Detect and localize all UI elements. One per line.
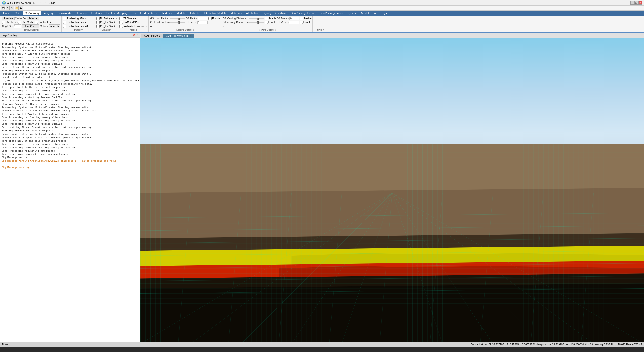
menu-interactive-models[interactable]: Interactive Models [202,11,228,15]
viewing-distance-group: GS Viewing Distance -- Enable GS Meters … [222,16,313,32]
ribbon-row-preview-2: Use Limits Use Cache Enable Edit [2,20,60,24]
title-bar: 🌍 CDB_Preview.earth - DTT_CDB_Builder — … [0,0,644,6]
log-line: Done Processing is clearing memory alloc… [2,142,138,146]
log-line: Processing: System has 12 to allocate. S… [2,46,138,49]
gt-meters-label: GT Meters [277,21,289,24]
neg-lod-input[interactable] [14,24,21,28]
menu-cdb[interactable]: CDB [13,11,22,15]
run-btn[interactable]: ▶ [19,6,23,10]
save-quick-btn[interactable]: 💾 [1,6,5,10]
log-line: Done Processing requesting new Bounds [2,149,138,152]
log-line: Starting Process_Raster tile process [2,42,138,45]
open-btn[interactable]: 📂 [15,6,19,10]
gt-meters-input[interactable] [289,21,299,24]
enable-materials-check[interactable]: Enable Materials [63,21,86,24]
preview-settings-group: Preview Cache Dir Select ▾ Use Limits Us… [1,16,62,32]
menu-features[interactable]: Features [89,11,104,15]
tzd-models-check[interactable]: TZDModels [119,17,136,20]
gt-viewing-slider[interactable] [249,21,264,24]
menu-queue[interactable]: Queue [346,11,359,15]
loading-distance-group: GS Load Factor-- GS Factor Enable GT Loa… [149,16,221,32]
log-pin-btn[interactable]: 📌 [132,34,135,36]
gs-viewing-slider[interactable] [249,17,264,20]
viewport[interactable]: CDB_Builder1 CDB_Preview.earth ✕ [140,33,644,342]
gt-fullstack-check2[interactable]: GT_FullStack [96,25,115,28]
title-controls: — □ ✕ [630,1,642,5]
menu-overlays[interactable]: Overlays [273,11,288,15]
enable-materialsm-check[interactable]: Enable MaterialsM [63,25,88,28]
menu-model-export[interactable]: Model Export [359,11,379,15]
tab-cdb-builder[interactable]: CDB_Builder1 [141,34,163,38]
done-status: Done [2,343,8,346]
close-button[interactable]: ✕ [638,1,642,5]
log-line: Done Processing a starting Process SubLO… [2,122,138,125]
select-button[interactable]: Select ▾ [27,17,39,20]
redo-btn[interactable]: ↷ [10,6,14,10]
menu-geopackage-export[interactable]: GeoPackage Export [289,11,317,15]
quick-toolbar: 💾 ↶ ↷ 📂 ▶ [0,6,644,11]
menu-models[interactable]: Models [175,11,187,15]
log-line [2,39,138,42]
gs-view-enable-check[interactable]: Enable [265,17,276,20]
ribbon-row-models-2: 12-CDB-GPKG [119,20,147,24]
menu-home[interactable]: Home [1,11,12,15]
enable-lightmap-check[interactable]: Enable LightMap [63,17,86,20]
menu-downloads[interactable]: Downloads [56,11,73,15]
gt-view-enable-check[interactable]: Enable [265,21,276,24]
undo-btn[interactable]: ↶ [6,6,10,10]
menu-cb-viewing[interactable]: CB Viewing [23,11,41,15]
menu-imagery[interactable]: Imagery [41,11,55,15]
menu-style[interactable]: Style [380,11,390,15]
log-line: Processing: System has 12 to allocate. S… [2,132,138,136]
menu-attribution[interactable]: Attribution [244,11,261,15]
cdb-gpkg-check[interactable]: 12-CDB-GPKG [119,21,140,24]
minimize-button[interactable]: — [630,1,634,5]
no-bathymetry-check[interactable]: No Bathymetry [96,17,117,20]
log-line: Process_SubTiles spent 0.221 ThreadSecon… [2,136,138,139]
gt-factor-label: GT Factor [186,21,197,24]
log-line: Dbg Message Warning GraphicsWindowWin32:… [2,159,138,162]
log-panel: Log Display 📌 ✕ Starting Process_Raster … [0,33,140,342]
menu-feature-mapping[interactable]: Feature Mapping [104,11,129,15]
gs-meters-input[interactable] [289,17,299,20]
gt-factor-input[interactable] [197,21,208,24]
gs-meters-enable-check[interactable]: Enable [300,17,311,20]
maximize-button[interactable]: □ [634,1,638,5]
gs-factor-input[interactable] [198,17,208,20]
style-group: -- Style ▾ [313,16,328,32]
no-multiple-instances-check[interactable]: No Multiple Instances [119,25,147,28]
gs-enable-check[interactable]: Enable [208,17,220,20]
ribbon-row-preview-1: Preview Cache Dir Select ▾ [2,17,60,20]
log-close-btn[interactable]: ✕ [136,34,138,36]
menu-textures[interactable]: Textures [160,11,174,15]
clear-cache-button[interactable]: Clear Cache [22,24,39,28]
log-line: Processing: System has 12 to allocate. S… [2,106,138,109]
gt-load-slider[interactable] [170,21,185,24]
tab-cdb-preview[interactable]: CDB_Preview.earth ✕ [163,34,194,38]
menu-geopackage-import[interactable]: GeoPackage Import [318,11,346,15]
ribbon-row-elev-1: No Bathymetry [96,17,117,20]
ribbon-row-elev-3: GT_FullStack [96,24,117,28]
style-value-label: -- [314,21,316,24]
preview-button[interactable]: Preview [2,17,15,20]
gs-load-slider[interactable] [170,17,185,20]
gt-fullstack-check1[interactable]: GT_FullStack [96,21,115,24]
enable-edit-check[interactable]: Enable Edit [35,21,51,24]
gs-factor-label: GS Factor [186,17,197,20]
log-line: Done Processing finished requesting new … [2,152,138,156]
log-line: Done Processing is clearing memory alloc… [2,116,138,119]
gt-meters-enable-check[interactable]: Enable [300,21,311,24]
menu-specialized-features[interactable]: Specialized Features [130,11,159,15]
menu-airfields[interactable]: Airfields [188,11,202,15]
ribbon-row-elev-2: GT_FullStack [96,20,117,24]
use-limits-check[interactable]: Use Limits [2,21,18,24]
metrics-select[interactable]: none [49,24,60,28]
menu-styling[interactable]: Styling [261,11,273,15]
main-area: Log Display 📌 ✕ Starting Process_Raster … [0,33,644,342]
tab-close-icon[interactable]: ✕ [189,35,191,37]
use-cache-check[interactable]: Use Cache [18,21,34,24]
menu-materials[interactable]: Materials [228,11,244,15]
ribbon-row-preview-3: Neg LOD: Clear Cache Metrics: none [2,24,60,28]
menu-elevation[interactable]: Elevation [73,11,89,15]
preview-settings-label: Preview Settings [2,28,60,31]
